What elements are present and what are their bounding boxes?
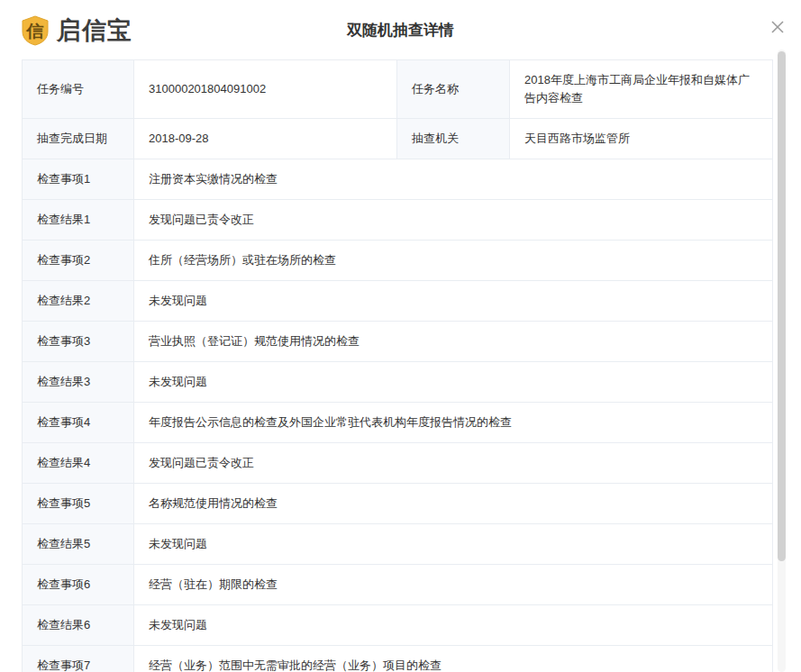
detail-row: 检查事项5名称规范使用情况的检查 [23, 484, 773, 524]
detail-row: 检查事项7经营（业务）范围中无需审批的经营（业务）项目的检查 [23, 646, 773, 672]
close-icon[interactable] [769, 18, 787, 36]
scrollbar-thumb[interactable] [778, 51, 786, 561]
field-label: 检查事项3 [23, 322, 134, 362]
field-value: 发现问题已责令改正 [134, 200, 773, 241]
field-value: 天目西路市场监管所 [510, 119, 773, 159]
field-label: 任务编号 [23, 60, 134, 119]
dialog-header: 信 启信宝 双随机抽查详情 [0, 0, 801, 59]
field-value: 经营（驻在）期限的检查 [134, 565, 773, 605]
detail-row: 检查结果2未发现问题 [23, 281, 773, 322]
field-value: 310000201804091002 [134, 60, 397, 119]
inspection-detail-table: 任务编号310000201804091002任务名称2018年度上海市工商局企业… [22, 59, 773, 672]
field-label: 检查事项4 [23, 403, 134, 443]
detail-row: 检查结果3未发现问题 [23, 362, 773, 403]
inspection-detail-dialog: 信 启信宝 双随机抽查详情 任务编号310000201804091002任务名称… [0, 0, 801, 672]
info-row: 抽查完成日期2018-09-28抽查机关天目西路市场监管所 [23, 119, 773, 159]
detail-row: 检查事项2住所（经营场所）或驻在场所的检查 [23, 241, 773, 281]
field-label: 检查事项2 [23, 241, 134, 281]
detail-row: 检查结果5未发现问题 [23, 524, 773, 565]
field-value: 未发现问题 [134, 281, 773, 322]
field-label: 检查事项7 [23, 646, 134, 672]
detail-row: 检查事项4年度报告公示信息的检查及外国企业常驻代表机构年度报告情况的检查 [23, 403, 773, 443]
field-label: 检查结果6 [23, 605, 134, 646]
scrollbar-track[interactable] [778, 50, 786, 672]
field-label: 任务名称 [397, 60, 510, 119]
field-label: 检查事项6 [23, 565, 134, 605]
field-value: 2018-09-28 [134, 119, 397, 159]
detail-row: 检查事项6经营（驻在）期限的检查 [23, 565, 773, 605]
field-label: 检查结果2 [23, 281, 134, 322]
detail-row: 检查结果4发现问题已责令改正 [23, 443, 773, 484]
field-value: 营业执照（登记证）规范使用情况的检查 [134, 322, 773, 362]
field-label: 抽查机关 [397, 119, 510, 159]
field-value: 发现问题已责令改正 [134, 443, 773, 484]
detail-row: 检查事项3营业执照（登记证）规范使用情况的检查 [23, 322, 773, 362]
detail-row: 检查事项1注册资本实缴情况的检查 [23, 159, 773, 200]
detail-row: 检查结果6未发现问题 [23, 605, 773, 646]
field-label: 检查事项1 [23, 159, 134, 200]
field-label: 检查事项5 [23, 484, 134, 524]
field-label: 检查结果4 [23, 443, 134, 484]
field-value: 名称规范使用情况的检查 [134, 484, 773, 524]
field-value: 经营（业务）范围中无需审批的经营（业务）项目的检查 [134, 646, 773, 672]
field-value: 未发现问题 [134, 524, 773, 565]
field-label: 检查结果3 [23, 362, 134, 403]
detail-table-body: 任务编号310000201804091002任务名称2018年度上海市工商局企业… [23, 60, 773, 672]
field-value: 年度报告公示信息的检查及外国企业常驻代表机构年度报告情况的检查 [134, 403, 773, 443]
field-label: 检查结果1 [23, 200, 134, 241]
detail-row: 检查结果1发现问题已责令改正 [23, 200, 773, 241]
field-value: 2018年度上海市工商局企业年报和自媒体广告内容检查 [510, 60, 773, 119]
info-row: 任务编号310000201804091002任务名称2018年度上海市工商局企业… [23, 60, 773, 119]
field-value: 住所（经营场所）或驻在场所的检查 [134, 241, 773, 281]
field-value: 未发现问题 [134, 605, 773, 646]
field-value: 注册资本实缴情况的检查 [134, 159, 773, 200]
dialog-title: 双随机抽查详情 [0, 20, 801, 41]
field-label: 抽查完成日期 [23, 119, 134, 159]
field-label: 检查结果5 [23, 524, 134, 565]
field-value: 未发现问题 [134, 362, 773, 403]
